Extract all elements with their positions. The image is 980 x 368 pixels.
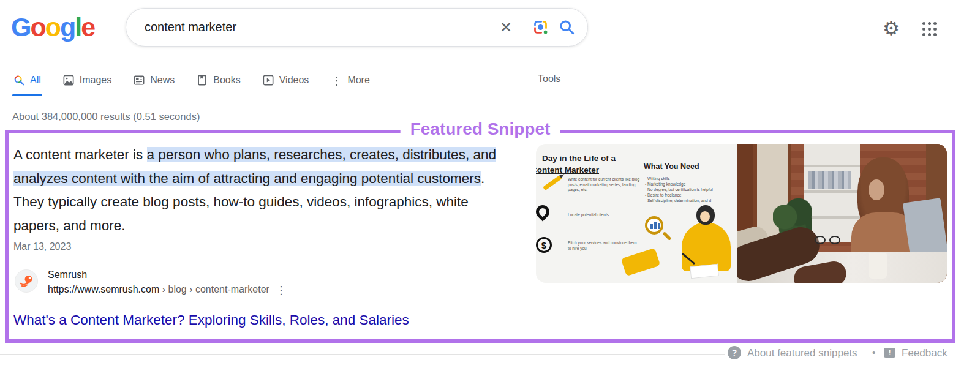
settings-gear-icon[interactable]: ⚙ [883, 17, 900, 39]
snippet-infographic-image[interactable]: Day in the Life of a Content Marketer $ … [536, 144, 737, 283]
logo-letter: o [45, 12, 60, 42]
google-lens-icon[interactable] [532, 19, 549, 36]
megaphone-illustration [621, 248, 660, 276]
photo-laptop [903, 198, 947, 259]
footer-separator-dot: • [872, 347, 875, 358]
search-bar[interactable]: ✕ [126, 8, 588, 47]
semrush-favicon [15, 269, 38, 293]
tools-button[interactable]: Tools [538, 73, 560, 84]
books-icon [197, 75, 208, 86]
all-search-icon [13, 75, 24, 86]
clear-search-icon[interactable]: ✕ [500, 20, 512, 35]
infographic-task: Pitch your services and convince them to… [568, 241, 640, 251]
photo-mug [869, 253, 887, 279]
result-stats: About 384,000,000 results (0.51 seconds) [12, 111, 200, 122]
logo-letter: g [60, 12, 75, 42]
photo-glasses [815, 236, 848, 246]
feedback-link[interactable]: Feedback [902, 347, 948, 359]
more-dots-icon: ⋮ [331, 74, 342, 87]
photo-shelf-books [809, 171, 851, 189]
source-name: Semrush [48, 269, 287, 280]
infographic-left-title: Day in the Life of a Content Marketer [536, 152, 634, 176]
tab-books[interactable]: Books [197, 65, 240, 96]
tab-label: All [30, 75, 41, 86]
tab-all[interactable]: All [13, 65, 41, 96]
tab-label: Videos [279, 75, 309, 86]
tab-more[interactable]: ⋮ More [331, 65, 369, 96]
footer-divider [0, 354, 725, 355]
source-breadcrumb: › blog › content-marketer [159, 284, 270, 295]
tab-label: More [347, 75, 369, 86]
snippet-thumbnails: Day in the Life of a Content Marketer $ … [536, 144, 947, 283]
snippet-text-before: A content marketer is [13, 147, 147, 162]
search-tabs: All Images News Books [13, 65, 370, 96]
snippet-date: Mar 13, 2023 [13, 241, 71, 252]
tab-images[interactable]: Images [63, 65, 111, 96]
result-source[interactable]: Semrush https://www.semrush.com › blog ›… [15, 269, 287, 296]
logo-letter: l [75, 12, 81, 42]
header-divider [0, 97, 980, 97]
infographic-needs-list: Writing skills Marketing knowledge No de… [645, 176, 737, 203]
search-input[interactable] [145, 20, 500, 34]
google-logo[interactable]: Google [11, 12, 94, 42]
photo-woman-face [869, 179, 884, 200]
about-featured-snippets-link[interactable]: About featured snippets [747, 347, 858, 359]
feedback-icon[interactable]: ! [884, 348, 895, 358]
infographic-need: No degree, but certification is helpful [645, 187, 737, 192]
infographic-need: Marketing knowledge [645, 181, 737, 187]
source-domain: https://www.semrush.com [48, 284, 159, 295]
writer-illustration-body [682, 222, 731, 271]
infographic-need: Desire to freelance [645, 192, 737, 198]
infographic-right-title: What You Need [644, 162, 699, 171]
tab-news[interactable]: News [134, 65, 175, 96]
paper-illustration [690, 264, 719, 279]
logo-letter: G [11, 12, 30, 42]
videos-icon [263, 75, 274, 86]
logo-letter: e [81, 12, 94, 42]
snippet-vertical-divider [529, 144, 529, 331]
pencil-icon [543, 175, 562, 190]
help-question-icon[interactable]: ? [728, 346, 741, 359]
result-title-link[interactable]: What's a Content Marketer? Exploring Ski… [13, 312, 409, 328]
featured-snippet-label: Featured Snippet [401, 117, 560, 141]
tab-label: News [150, 75, 175, 86]
logo-letter: o [30, 12, 45, 42]
result-options-icon[interactable]: ⋮ [276, 284, 287, 296]
tab-label: Books [213, 75, 240, 86]
tab-videos[interactable]: Videos [263, 65, 309, 96]
snippet-text: A content marketer is a person who plans… [13, 143, 503, 238]
google-serp-page: Google ✕ ⚙ [0, 0, 980, 368]
infographic-task: Write content for current clients like b… [568, 177, 640, 193]
location-pin-icon [536, 202, 552, 221]
source-url: https://www.semrush.com › blog › content… [48, 284, 287, 296]
news-icon [134, 75, 145, 86]
writer-illustration-face [700, 211, 710, 222]
magnifier-chart-illustration [645, 216, 663, 235]
featured-snippet-annotation-box: Featured Snippet A content marketer is a… [5, 130, 956, 343]
search-submit-icon[interactable] [559, 19, 575, 36]
infographic-need: Writing skills [645, 176, 737, 181]
semrush-logo-icon [19, 274, 34, 288]
google-apps-icon[interactable] [922, 22, 937, 36]
searchbar-divider [522, 16, 522, 39]
tab-label: Images [80, 75, 111, 86]
dollar-icon: $ [536, 237, 552, 253]
images-icon [63, 75, 74, 86]
snippet-photo-image[interactable] [737, 144, 947, 283]
infographic-task: Locate potential clients [568, 212, 640, 218]
infographic-need: Self discipline, determination, and d [645, 198, 737, 203]
